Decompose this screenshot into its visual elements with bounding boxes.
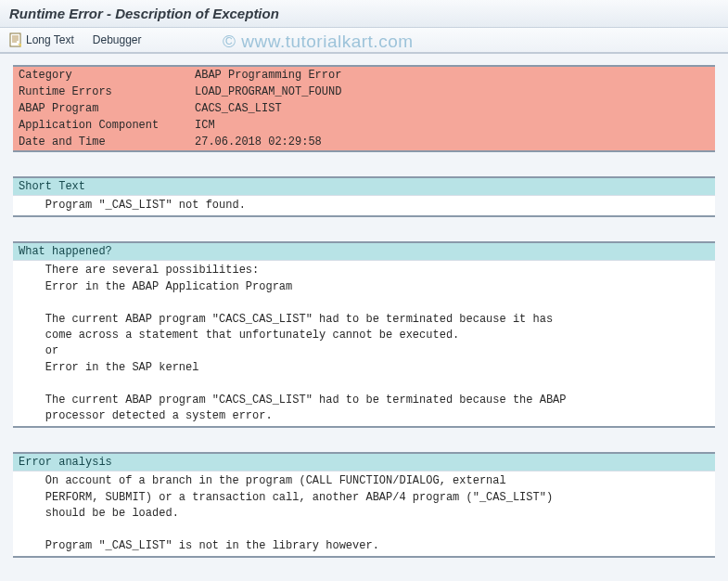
what-happened-section: What happened? There are several possibi…	[13, 241, 715, 428]
debugger-button[interactable]: Debugger	[93, 33, 142, 46]
table-row: Runtime Errors LOAD_PROGRAM_NOT_FOUND	[13, 84, 715, 100]
section-title: What happened?	[13, 243, 715, 261]
info-value: LOAD_PROGRAM_NOT_FOUND	[189, 84, 715, 100]
info-label: Runtime Errors	[13, 84, 189, 100]
info-table: Category ABAP Programming Error Runtime …	[13, 65, 715, 152]
section-title: Short Text	[13, 178, 715, 196]
info-label: Application Component	[13, 117, 189, 134]
info-label: ABAP Program	[13, 100, 189, 117]
section-body: There are several possibilities: Error i…	[13, 261, 715, 426]
info-label: Date and Time	[13, 134, 189, 151]
short-text-section: Short Text Program "_CAS_LIST" not found…	[13, 176, 715, 217]
page-title: Runtime Error - Description of Exception	[9, 6, 719, 21]
error-analysis-section: Error analysis On account of a branch in…	[13, 452, 715, 558]
info-value: ABAP Programming Error	[189, 66, 715, 84]
toolbar: Long Text Debugger	[0, 28, 728, 54]
debugger-label: Debugger	[93, 33, 142, 46]
long-text-label: Long Text	[26, 33, 74, 46]
table-row: Category ABAP Programming Error	[13, 66, 715, 84]
table-row: Date and Time 27.06.2018 02:29:58	[13, 134, 715, 151]
section-body: Program "_CAS_LIST" not found.	[13, 196, 715, 215]
section-title: Error analysis	[13, 454, 715, 471]
table-row: ABAP Program CACS_CAS_LIST	[13, 100, 715, 117]
document-icon	[9, 32, 22, 47]
info-value: 27.06.2018 02:29:58	[189, 134, 715, 151]
section-body: On account of a branch in the program (C…	[13, 471, 715, 556]
window-header: Runtime Error - Description of Exception	[0, 0, 728, 28]
long-text-button[interactable]: Long Text	[9, 32, 74, 47]
info-value: ICM	[189, 117, 715, 134]
info-label: Category	[13, 66, 189, 84]
info-value: CACS_CAS_LIST	[189, 100, 715, 117]
table-row: Application Component ICM	[13, 117, 715, 134]
content-area: Category ABAP Programming Error Runtime …	[0, 54, 728, 569]
